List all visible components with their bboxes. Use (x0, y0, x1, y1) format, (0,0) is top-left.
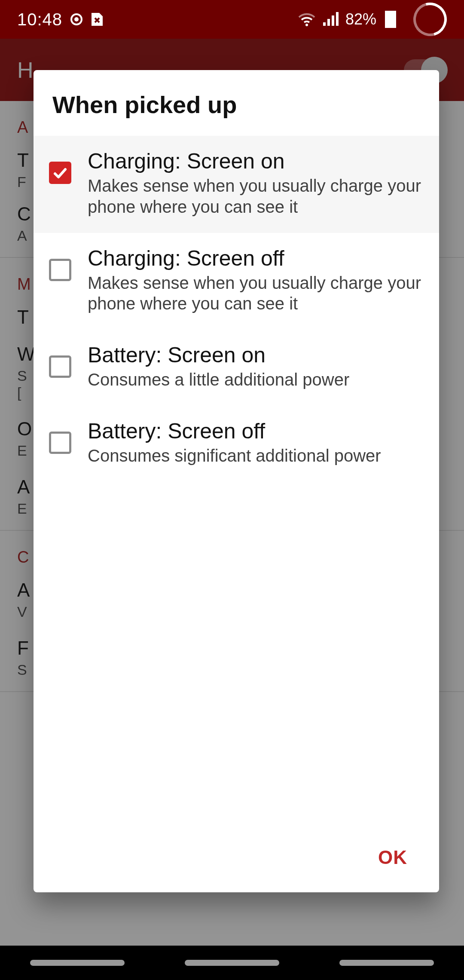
dialog-title: When picked up (34, 70, 439, 136)
wifi-icon (297, 12, 316, 27)
option-subtitle: Consumes a little additional power (88, 369, 427, 390)
status-clock: 10:48 (17, 10, 62, 29)
nav-home[interactable] (185, 960, 279, 966)
signal-icon (322, 12, 339, 27)
option-title: Battery: Screen off (88, 419, 427, 444)
checkbox[interactable] (49, 162, 71, 184)
record-icon (70, 13, 83, 26)
svg-point-8 (74, 17, 79, 21)
option-subtitle: Consumes significant additional power (88, 445, 427, 466)
option-charging-screen-off[interactable]: Charging: Screen off Makes sense when yo… (34, 233, 439, 330)
status-bar-overlay: 10:48 82% (0, 0, 464, 39)
options-list: Charging: Screen on Makes sense when you… (34, 136, 439, 830)
svg-rect-13 (336, 12, 339, 26)
battery-icon (385, 11, 396, 28)
option-subtitle: Makes sense when you usually charge your… (88, 273, 427, 315)
option-charging-screen-on[interactable]: Charging: Screen on Makes sense when you… (34, 136, 439, 233)
option-title: Battery: Screen on (88, 343, 427, 368)
svg-rect-11 (327, 19, 330, 26)
when-picked-up-dialog: When picked up Charging: Screen on Makes… (34, 70, 439, 892)
nav-back[interactable] (339, 960, 434, 966)
option-title: Charging: Screen on (88, 149, 427, 174)
svg-point-9 (305, 24, 308, 26)
option-subtitle: Makes sense when you usually charge your… (88, 175, 427, 217)
ok-button[interactable]: OK (365, 838, 420, 877)
nav-bar (0, 946, 464, 980)
option-title: Charging: Screen off (88, 246, 427, 271)
svg-rect-10 (323, 22, 326, 26)
checkbox[interactable] (49, 355, 71, 378)
doc-x-icon (91, 12, 104, 27)
option-battery-screen-on[interactable]: Battery: Screen on Consumes a little add… (34, 330, 439, 406)
battery-percent: 82% (345, 10, 376, 28)
nav-recent[interactable] (30, 960, 125, 966)
option-battery-screen-off[interactable]: Battery: Screen off Consumes significant… (34, 406, 439, 482)
loading-circle-icon (407, 0, 453, 42)
checkbox[interactable] (49, 432, 71, 454)
svg-rect-12 (332, 15, 334, 26)
checkbox[interactable] (49, 259, 71, 281)
